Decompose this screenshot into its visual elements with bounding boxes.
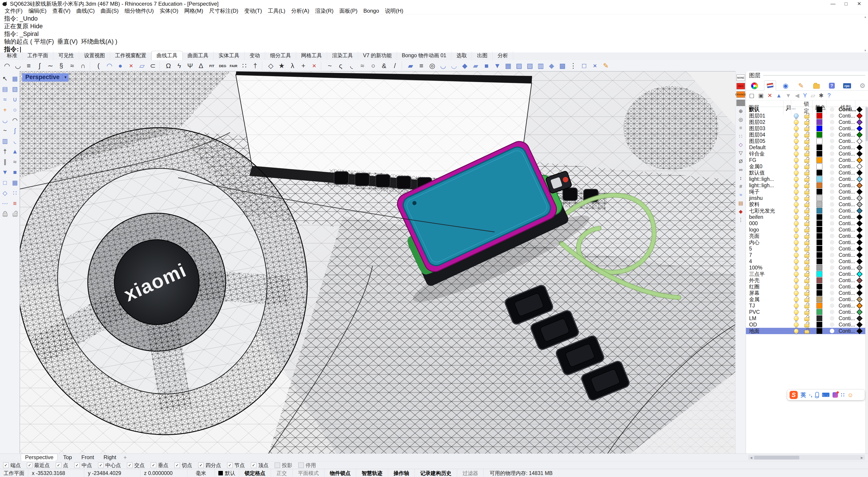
layer-row-绳子[interactable]: 绳子Conti... [746, 188, 865, 195]
layer-linetype[interactable]: Conti... [838, 246, 855, 252]
menu-item-细分物件(U)[interactable]: 细分物件(U) [122, 7, 157, 14]
layer-row-图层01[interactable]: 图层01Conti... [746, 113, 865, 119]
toolbar-interpolate-curve-icon[interactable]: ◡ [13, 61, 23, 71]
paintbrush-icon[interactable]: ✎ [795, 81, 807, 90]
layer-tool-layer-tools-hammer-icon[interactable]: ✱ [819, 93, 824, 98]
osnap-点[interactable]: ✓点 [56, 462, 68, 469]
layer-material-icon[interactable] [827, 138, 838, 144]
viewport-tab-+[interactable]: + [122, 454, 129, 461]
viewport-label[interactable]: Perspective ▾ [22, 73, 69, 82]
layer-visibility-bulb-icon[interactable] [791, 227, 801, 233]
osnap-中心点[interactable]: ✓中心点 [98, 462, 121, 469]
layer-linetype[interactable]: Conti... [838, 227, 855, 233]
layer-unlock-icon[interactable] [801, 113, 812, 119]
menu-item-网格(M)[interactable]: 网格(M) [181, 7, 206, 14]
layer-unlock-icon[interactable] [801, 119, 812, 125]
layer-material-icon[interactable] [827, 315, 838, 322]
layer-print-width-icon[interactable] [855, 113, 864, 119]
left-twist-pair-icon[interactable]: ≈ [10, 157, 20, 167]
layer-linetype[interactable]: Conti... [838, 107, 855, 113]
layer-color-swatch[interactable] [812, 170, 827, 176]
toolbar-kinked-curve-icon[interactable]: ϟ [174, 61, 184, 71]
layer-linetype[interactable]: Conti... [838, 189, 855, 195]
toolbar-control-point-curve-icon[interactable]: ◠ [2, 61, 12, 71]
layer-material-icon[interactable] [827, 151, 838, 157]
left-select-arrow-icon[interactable]: ↖ [0, 74, 9, 83]
layer-linetype[interactable]: Conti... [838, 290, 855, 296]
layer-print-width-icon[interactable] [855, 144, 864, 151]
layer-linetype[interactable]: Conti... [838, 239, 855, 245]
layer-unlock-icon[interactable] [801, 151, 812, 157]
layer-color-swatch[interactable] [812, 119, 827, 125]
osnap-投影[interactable]: 投影 [275, 462, 292, 469]
layer-print-width-icon[interactable] [855, 163, 864, 170]
scroll-right-icon[interactable]: ▶ [859, 456, 865, 459]
ribbon-tab-曲线工具[interactable]: 曲线工具 [151, 51, 183, 60]
ime-toolbox-icon[interactable]: ∷ [841, 392, 844, 398]
toolbar-match-end-icon[interactable]: † [250, 61, 260, 71]
layer-unlock-icon[interactable] [801, 195, 812, 201]
layer-row-OD[interactable]: ODConti... [746, 322, 865, 328]
layer-visibility-bulb-icon[interactable] [791, 309, 801, 315]
viewport-perspective[interactable]: xiaomi [20, 71, 735, 453]
layer-material-icon[interactable] [827, 296, 838, 302]
left-stair-steps-icon[interactable]: ⋯ [0, 199, 9, 208]
ribbon-tab-选取[interactable]: 选取 [452, 51, 472, 60]
status-pane-正交[interactable]: 正交 [271, 469, 292, 477]
ribbon-tab-标准[interactable]: 标准 [2, 51, 22, 60]
toolbar-offset-surface-icon[interactable]: ▥ [535, 61, 546, 71]
layer-material-icon[interactable] [827, 245, 838, 252]
layer-print-width-icon[interactable] [855, 208, 864, 214]
layer-tool-layer-sheet-icon[interactable]: ▱ [811, 93, 815, 98]
ribbon-tab-渲染工具[interactable]: 渲染工具 [327, 51, 358, 60]
layer-material-icon[interactable] [827, 252, 838, 258]
scroll-up-icon[interactable]: ▲ [864, 15, 867, 19]
layer-print-width-icon[interactable] [855, 284, 864, 290]
viewport-tab-Top[interactable]: Top [59, 454, 76, 461]
layer-material-icon[interactable] [827, 290, 838, 296]
toolbar-polyline-icon[interactable]: ≡ [24, 61, 34, 71]
layer-row-logo[interactable]: logoConti... [746, 227, 865, 233]
ime-skin-icon[interactable] [833, 392, 838, 398]
layer-unlock-icon[interactable] [801, 302, 812, 309]
toolbar-loft-surface-icon[interactable]: ◆ [460, 61, 470, 71]
menu-item-曲面(S)[interactable]: 曲面(S) [98, 7, 122, 14]
render-globe-icon[interactable]: ◉ [780, 81, 792, 90]
layer-visibility-bulb-icon[interactable] [791, 151, 801, 157]
layer-tool-delete-layer-icon[interactable]: ✕ [767, 93, 772, 98]
layer-linetype[interactable]: Conti... [838, 303, 855, 309]
toolbar-deg-spiral-icon[interactable]: DEG [217, 61, 228, 71]
ribbon-tab-实体工具[interactable]: 实体工具 [214, 51, 245, 60]
layer-unlock-icon[interactable] [801, 258, 812, 265]
layer-color-swatch[interactable] [812, 322, 827, 328]
layer-tool-move-left-icon[interactable]: ◀ [795, 93, 799, 98]
layer-unlock-icon[interactable] [801, 208, 812, 214]
layer-material-icon[interactable] [827, 271, 838, 277]
layer-visibility-bulb-icon[interactable] [791, 176, 801, 182]
toolbar-seam-adjust-icon[interactable]: ς [336, 61, 346, 71]
layer-material-icon[interactable] [827, 176, 838, 182]
layer-linetype[interactable]: Conti... [838, 259, 855, 265]
layer-linetype[interactable]: Conti... [838, 208, 855, 214]
layer-print-width-icon[interactable] [855, 290, 864, 296]
microphone-icon[interactable] [815, 392, 819, 397]
layer-material-icon[interactable] [827, 277, 838, 284]
layer-print-width-icon[interactable] [855, 245, 864, 252]
layer-print-width-icon[interactable] [855, 252, 864, 258]
layer-print-width-icon[interactable] [855, 106, 864, 113]
toolbar-end-bulge-icon[interactable]: ~ [324, 61, 335, 71]
ribbon-tab-设置视图[interactable]: 设置视图 [79, 51, 110, 60]
layer-material-icon[interactable] [827, 182, 838, 188]
left-lock-icon[interactable] [0, 209, 9, 218]
color-swatch-gray[interactable] [737, 100, 745, 106]
layer-visibility-bulb-icon[interactable] [791, 284, 801, 290]
toolbar-blend-surface-icon[interactable]: ◆ [546, 61, 557, 71]
layer-row-七彩光发光[interactable]: 七彩光发光Conti... [746, 208, 865, 214]
layer-row-FG[interactable]: FGConti... [746, 157, 865, 163]
layer-visibility-bulb-icon[interactable] [791, 322, 801, 328]
toolbar-ellipse-deform-icon[interactable]: ○ [368, 61, 378, 71]
layer-linetype[interactable]: Conti... [838, 182, 855, 188]
left-scoop-surface-icon[interactable]: ◡ [0, 116, 9, 125]
layer-visibility-bulb-icon[interactable] [791, 258, 801, 265]
layer-visibility-bulb-icon[interactable] [791, 113, 801, 119]
